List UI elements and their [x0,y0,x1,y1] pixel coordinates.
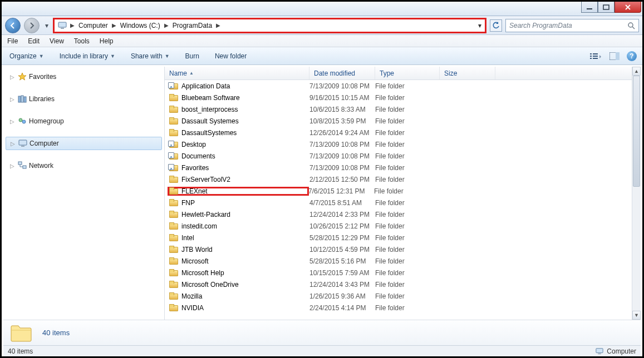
computer-icon [18,139,27,148]
breadcrumb-sep-icon[interactable]: ▶ [163,22,170,28]
tree-computer[interactable]: ▷Computer [6,137,162,150]
table-row[interactable]: ↗Documents7/13/2009 10:08 PMFile folder [165,150,632,162]
file-date: 7/13/2009 10:08 PM [309,141,375,148]
column-date[interactable]: Date modified [309,67,375,79]
back-button[interactable] [5,18,21,33]
file-date: 2/12/2015 12:50 PM [309,176,375,183]
table-row[interactable]: ↗Application Data7/13/2009 10:08 PMFile … [165,80,632,92]
folder-icon [169,292,178,300]
file-name: Dassault Systemes [181,117,239,125]
menu-view[interactable]: View [48,36,65,46]
address-dropdown-icon[interactable]: ▾ [478,22,481,29]
table-row[interactable]: ↗Favorites7/13/2009 10:08 PMFile folder [165,162,632,173]
menu-edit[interactable]: Edit [27,36,41,46]
sort-ascending-icon: ▲ [189,71,194,76]
scroll-thumb[interactable] [633,76,640,187]
close-button[interactable] [614,2,641,13]
include-library-button[interactable]: Include in library▼ [57,51,117,62]
tree-favorites[interactable]: ▷Favorites [3,70,164,83]
view-options-button[interactable] [589,50,602,62]
breadcrumb-computer[interactable]: Computer [76,19,111,32]
libraries-icon [18,95,27,103]
minimize-button[interactable] [581,2,598,13]
forward-button[interactable] [24,18,40,33]
folder-icon [169,211,178,218]
column-headers: Name▲ Date modified Type Size [165,67,641,80]
burn-button[interactable]: Burn [183,51,201,62]
breadcrumb-sep-icon[interactable]: ▶ [215,22,222,28]
folder-icon [169,106,178,113]
help-button[interactable]: ? [627,51,637,61]
table-row[interactable]: instedit.com10/26/2015 2:12 PMFile folde… [165,220,632,232]
status-bar: 40 items Computer [3,345,641,356]
column-name[interactable]: Name▲ [165,67,309,79]
tree-homegroup[interactable]: ▷Homegroup [3,115,164,128]
menu-help[interactable]: Help [99,36,115,46]
table-row[interactable]: Microsoft Help10/15/2015 7:59 AMFile fol… [165,267,632,279]
table-row[interactable]: Mozilla1/26/2015 9:36 AMFile folder [165,290,632,302]
file-date: 10/26/2015 2:12 PM [309,222,375,230]
table-row[interactable]: Intel5/28/2015 12:29 PMFile folder [165,232,632,243]
svg-rect-1 [603,5,609,9]
breadcrumb-sep-icon[interactable]: ▶ [69,22,76,28]
column-type[interactable]: Type [375,67,440,79]
scroll-down-button[interactable]: ▼ [632,311,641,320]
table-row[interactable]: FixServerToolV22/12/2015 12:50 PMFile fo… [165,173,632,185]
file-type: File folder [375,82,440,90]
table-row[interactable]: ↗Desktop7/13/2009 10:08 PMFile folder [165,138,632,150]
table-row[interactable]: NVIDIA2/24/2015 4:14 PMFile folder [165,302,632,314]
svg-rect-6 [593,53,598,54]
maximize-button[interactable] [598,2,614,13]
file-name: FixServerToolV2 [181,176,230,183]
menu-tools[interactable]: Tools [73,36,91,46]
folder-icon: ↗ [169,141,178,148]
scrollbar[interactable]: ▲ ▼ [632,67,641,320]
svg-rect-5 [590,53,592,54]
table-row[interactable]: Microsoft OneDrive12/24/2014 3:43 PMFile… [165,279,632,290]
navigation-tree: ▷Favorites ▷Libraries ▷Homegroup ▷Comput… [3,67,165,320]
table-row[interactable]: boost_interprocess10/6/2015 8:33 AMFile … [165,103,632,115]
file-name: Intel [181,234,194,242]
folder-icon: ↗ [169,164,178,171]
table-row[interactable]: JTB World10/12/2015 4:59 PMFile folder [165,243,632,255]
scroll-up-button[interactable]: ▲ [632,67,641,76]
file-name: Bluebeam Software [181,94,240,102]
table-row[interactable]: Microsoft5/28/2015 5:16 PMFile folder [165,255,632,267]
title-bar [2,2,642,16]
file-date: 7/6/2015 12:31 PM [308,187,374,195]
file-date: 10/15/2015 7:59 AM [309,269,375,277]
svg-rect-3 [61,28,64,29]
computer-icon [596,347,603,355]
svg-rect-20 [18,162,22,165]
table-row[interactable]: FNP4/7/2015 8:51 AMFile folder [165,197,632,208]
table-row[interactable]: Bluebeam Software9/16/2015 10:15 AMFile … [165,92,632,103]
column-size[interactable]: Size [440,67,495,79]
new-folder-button[interactable]: New folder [213,51,249,62]
address-bar[interactable]: ▶ Computer ▶ Windows (C:) ▶ ProgramData … [54,19,485,32]
menu-file[interactable]: File [6,36,19,46]
table-row[interactable]: Dassault Systemes10/8/2015 3:59 PMFile f… [165,115,632,127]
folder-icon [169,304,178,311]
refresh-button[interactable] [490,19,502,32]
file-type: File folder [375,292,440,300]
svg-rect-7 [590,56,592,57]
share-with-button[interactable]: Share with▼ [129,51,172,62]
folder-icon [169,199,178,206]
file-type: File folder [375,222,440,230]
organize-button[interactable]: Organize▼ [7,51,46,62]
history-dropdown[interactable]: ▾ [43,18,51,33]
tree-libraries[interactable]: ▷Libraries [3,92,164,106]
file-name: Desktop [181,141,206,148]
file-type: File folder [375,199,440,207]
breadcrumb-folder[interactable]: ProgramData [170,19,215,32]
tree-network[interactable]: ▷Network [3,159,164,172]
breadcrumb-sep-icon[interactable]: ▶ [111,22,117,28]
table-row[interactable]: Hewlett-Packard12/24/2014 2:33 PMFile fo… [165,208,632,220]
star-icon [18,72,27,81]
table-row[interactable]: DassaultSystemes12/26/2014 9:24 AMFile f… [165,127,632,138]
preview-pane-button[interactable] [608,50,621,62]
table-row[interactable]: FLEXnet7/6/2015 12:31 PMFile folder [165,185,632,197]
search-input[interactable]: Search ProgramData [505,19,639,32]
file-date: 10/12/2015 4:59 PM [309,246,375,253]
breadcrumb-drive[interactable]: Windows (C:) [117,19,163,32]
